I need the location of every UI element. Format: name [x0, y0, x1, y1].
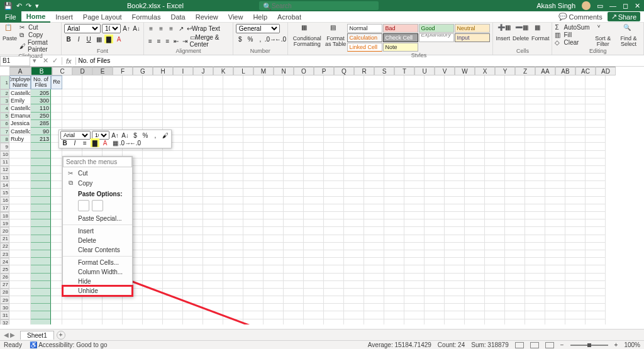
- cell[interactable]: [445, 304, 465, 311]
- cell[interactable]: [304, 143, 324, 150]
- cell[interactable]: [304, 204, 324, 212]
- cell[interactable]: [284, 135, 304, 143]
- cell[interactable]: [284, 289, 304, 296]
- cell[interactable]: [505, 274, 525, 281]
- cell[interactable]: [545, 97, 565, 104]
- cell[interactable]: [545, 120, 565, 128]
- cell[interactable]: [183, 250, 203, 258]
- cell[interactable]: [425, 289, 445, 296]
- cell[interactable]: [163, 227, 183, 235]
- cell[interactable]: [264, 89, 284, 97]
- increase-font-icon[interactable]: A↑: [122, 25, 131, 33]
- tab-insert[interactable]: Insert: [50, 11, 78, 23]
- cell[interactable]: 110: [31, 104, 51, 112]
- cell[interactable]: [62, 113, 82, 120]
- cell[interactable]: [505, 75, 525, 89]
- cell[interactable]: [404, 189, 425, 196]
- cell[interactable]: [143, 181, 163, 189]
- cell[interactable]: [324, 128, 344, 135]
- cell[interactable]: [31, 243, 51, 250]
- cell[interactable]: [163, 250, 183, 258]
- cell[interactable]: [223, 166, 243, 174]
- cell[interactable]: [304, 135, 324, 143]
- cell[interactable]: [525, 258, 545, 265]
- cell[interactable]: [565, 235, 586, 243]
- row-header[interactable]: 8: [0, 135, 9, 143]
- cell[interactable]: [183, 265, 203, 273]
- context-column-width[interactable]: Column Width...: [63, 267, 132, 277]
- cell[interactable]: [183, 227, 203, 235]
- context-hide[interactable]: Hide: [63, 277, 132, 286]
- cell[interactable]: [525, 104, 545, 112]
- cell[interactable]: [404, 319, 425, 324]
- column-header-S[interactable]: S: [374, 67, 394, 75]
- cell[interactable]: [364, 319, 384, 324]
- cell[interactable]: [485, 181, 505, 189]
- context-delete[interactable]: Delete: [63, 236, 132, 245]
- cell[interactable]: [62, 75, 82, 89]
- row-header[interactable]: 25: [0, 265, 9, 273]
- cell[interactable]: [445, 258, 465, 265]
- fill-color-button[interactable]: ▇: [104, 35, 113, 43]
- cell[interactable]: [425, 250, 445, 258]
- cell[interactable]: [344, 311, 364, 319]
- row-header[interactable]: 17: [0, 204, 9, 212]
- cell[interactable]: [284, 75, 304, 89]
- cell[interactable]: [586, 219, 606, 227]
- column-header-D[interactable]: D: [72, 67, 92, 75]
- cell[interactable]: [284, 281, 304, 289]
- insert-cells-button[interactable]: ➕▦Insert: [496, 24, 510, 42]
- tab-review[interactable]: Review: [191, 11, 223, 23]
- paste-option-values[interactable]: [92, 200, 103, 211]
- cell[interactable]: [384, 128, 404, 135]
- comma-icon[interactable]: ,: [256, 35, 265, 43]
- find-select-button[interactable]: 🔍Find & Select: [616, 24, 641, 48]
- cell[interactable]: [384, 258, 404, 265]
- cell[interactable]: [31, 235, 51, 243]
- cell[interactable]: [304, 274, 324, 281]
- cell[interactable]: [304, 97, 324, 104]
- cell[interactable]: [364, 75, 384, 89]
- cell[interactable]: [545, 104, 565, 112]
- cell[interactable]: [324, 174, 344, 181]
- cell[interactable]: [485, 75, 505, 89]
- cell[interactable]: [586, 158, 606, 166]
- cell[interactable]: [525, 143, 545, 150]
- cell[interactable]: [364, 235, 384, 243]
- cell[interactable]: [284, 158, 304, 166]
- border-button[interactable]: ▦: [94, 35, 103, 43]
- cell[interactable]: [203, 258, 223, 265]
- cell[interactable]: [445, 128, 465, 135]
- cell[interactable]: [183, 311, 203, 319]
- cell[interactable]: [9, 258, 31, 265]
- cell[interactable]: [304, 311, 324, 319]
- cell[interactable]: [404, 143, 425, 150]
- copy-button[interactable]: ⧉Copy: [19, 31, 58, 38]
- cell[interactable]: [505, 219, 525, 227]
- mini-bold-button[interactable]: B: [60, 138, 69, 147]
- cell[interactable]: [243, 204, 264, 212]
- cell[interactable]: [324, 143, 344, 150]
- cell[interactable]: [586, 166, 606, 174]
- cell[interactable]: [344, 189, 364, 196]
- cell[interactable]: [9, 274, 31, 281]
- cancel-fx-icon[interactable]: ✕: [43, 57, 48, 65]
- cell[interactable]: [203, 311, 223, 319]
- column-header-J[interactable]: J: [193, 67, 213, 75]
- cell[interactable]: [304, 181, 324, 189]
- close-icon[interactable]: ✕: [635, 2, 640, 10]
- cell[interactable]: 285: [31, 120, 51, 128]
- cell[interactable]: [425, 158, 445, 166]
- cell[interactable]: [445, 189, 465, 196]
- cell[interactable]: [364, 289, 384, 296]
- avatar[interactable]: [582, 1, 591, 10]
- cell[interactable]: [183, 174, 203, 181]
- cell[interactable]: [324, 166, 344, 174]
- cell[interactable]: [143, 219, 163, 227]
- cell[interactable]: [545, 311, 565, 319]
- cell[interactable]: [525, 243, 545, 250]
- column-header-F[interactable]: F: [113, 67, 133, 75]
- indent-inc-icon[interactable]: ⇥: [181, 36, 189, 45]
- cell[interactable]: [364, 250, 384, 258]
- cell[interactable]: [223, 296, 243, 304]
